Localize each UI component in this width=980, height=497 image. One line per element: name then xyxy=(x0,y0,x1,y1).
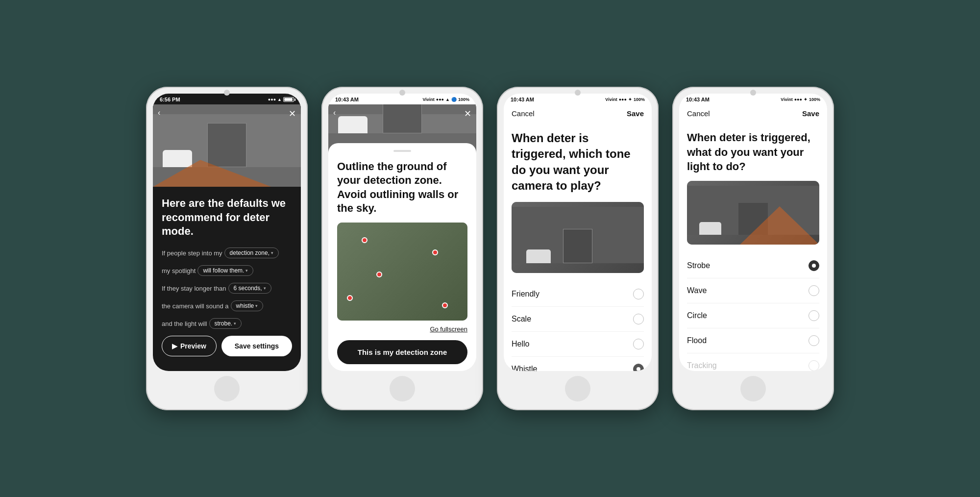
tone-radio-friendly[interactable] xyxy=(633,289,644,299)
car-2 xyxy=(338,116,368,133)
light-label-flood: Flood xyxy=(687,336,707,345)
phone-4-body: 10:43 AM Vivint ●●● ✦ 100% Cancel Save W… xyxy=(672,87,834,410)
tone-radio-hello[interactable] xyxy=(633,339,644,349)
phone-4-screen: 10:43 AM Vivint ●●● ✦ 100% Cancel Save W… xyxy=(679,94,827,371)
phone-4-home-button[interactable] xyxy=(740,376,766,401)
save-settings-button[interactable]: Save settings xyxy=(221,336,292,356)
light-option-circle: Circle xyxy=(687,303,819,328)
save-button-4[interactable]: Save xyxy=(802,109,819,118)
sheet-title: Outline the ground of your detection zon… xyxy=(337,160,467,216)
car-3 xyxy=(526,249,551,263)
phone-4-top-nav: Cancel Save xyxy=(679,104,827,123)
row-1-prefix: If people step into my xyxy=(162,249,222,257)
row-5-prefix: and the light will xyxy=(162,320,207,327)
preview-button[interactable]: ▶ Preview xyxy=(162,336,217,356)
phone-1-body: 6:56 PM ●●● ▲ ‹ ✕ xyxy=(146,87,308,410)
save-button-3[interactable]: Save xyxy=(627,109,644,118)
phone-3-body: 10:43 AM Vivint ●●● ✦ 100% Cancel Save W… xyxy=(497,87,659,410)
phone-3-top-nav: Cancel Save xyxy=(504,104,652,123)
spotlight-pill[interactable]: will follow them. ▾ xyxy=(197,265,253,276)
tone-radio-whistle[interactable] xyxy=(633,364,644,371)
wifi-icon: ▲ xyxy=(277,97,282,102)
zone-dot-5[interactable] xyxy=(442,302,448,308)
light-title: When deter is triggered, what do you wan… xyxy=(687,130,819,174)
zone-dot-3[interactable] xyxy=(376,272,382,277)
zone-dot-4[interactable] xyxy=(347,295,353,301)
bluetooth-icon-4: ✦ xyxy=(804,97,808,102)
tone-title: When deter is triggered, which tone do y… xyxy=(512,130,644,194)
tone-option-hello: Hello xyxy=(512,332,644,357)
garage-door xyxy=(207,123,246,167)
phone-1-notch xyxy=(224,90,230,96)
light-radio-flood[interactable] xyxy=(808,335,819,346)
duration-pill[interactable]: 6 seconds, ▾ xyxy=(228,283,271,294)
phone-4-time: 10:43 AM xyxy=(686,97,710,102)
battery-icon xyxy=(283,97,294,102)
light-radio-wave[interactable] xyxy=(808,285,819,296)
bluetooth-icon: ✦ xyxy=(628,97,632,102)
go-fullscreen-link[interactable]: Go fullscreen xyxy=(430,325,467,333)
phone-1-camera-view: ‹ ✕ xyxy=(153,104,301,187)
tone-radio-scale[interactable] xyxy=(633,314,644,324)
phone-3-screen: 10:43 AM Vivint ●●● ✦ 100% Cancel Save W… xyxy=(504,94,652,371)
phone-2-notch xyxy=(399,90,405,96)
cancel-button-3[interactable]: Cancel xyxy=(512,109,535,118)
signal-icon: ●●● xyxy=(436,97,444,102)
phone-2-body: 10:43 AM Vivint ●●● ▲ 🔵 100% ‹ xyxy=(321,87,483,410)
settings-row-3: If they stay longer than 6 seconds, ▾ xyxy=(162,283,292,294)
zone-dot-2[interactable] xyxy=(432,249,438,255)
back-button-2[interactable]: ‹ xyxy=(333,108,336,117)
phone-1-content: Here are the defaults we recommend for d… xyxy=(153,187,301,371)
phones-container: 6:56 PM ●●● ▲ ‹ ✕ xyxy=(146,87,834,410)
bottom-sheet: Outline the ground of your detection zon… xyxy=(328,143,476,371)
phone-3-notch xyxy=(575,90,581,96)
settings-row-4: the camera will sound a whistle ▾ xyxy=(162,300,292,311)
go-fullscreen-container: Go fullscreen xyxy=(337,324,467,333)
light-radio-tracking[interactable] xyxy=(808,360,819,371)
dz-overlay xyxy=(337,223,467,321)
tone-label-friendly: Friendly xyxy=(512,290,539,298)
detection-zone-pill[interactable]: detection zone, ▾ xyxy=(224,248,279,258)
tone-option-whistle: Whistle xyxy=(512,357,644,371)
sheet-handle xyxy=(393,150,411,152)
phone-1-screen: 6:56 PM ●●● ▲ ‹ ✕ xyxy=(153,94,301,371)
row-3-prefix: If they stay longer than xyxy=(162,285,226,292)
zone-dot-1[interactable] xyxy=(362,237,368,243)
phone-1-title: Here are the defaults we recommend for d… xyxy=(162,197,292,239)
phone-2-icons: Vivint ●●● ▲ 🔵 100% xyxy=(422,97,469,102)
light-radio-strobe[interactable] xyxy=(808,260,819,271)
battery-percent-3: 100% xyxy=(634,97,645,102)
phone-4-content: When deter is triggered, what do you wan… xyxy=(679,123,827,371)
phone-4: 10:43 AM Vivint ●●● ✦ 100% Cancel Save W… xyxy=(672,87,834,410)
phone-2: 10:43 AM Vivint ●●● ▲ 🔵 100% ‹ xyxy=(321,87,483,410)
tone-option-scale: Scale xyxy=(512,307,644,332)
cancel-button-4[interactable]: Cancel xyxy=(687,109,710,118)
back-button[interactable]: ‹ xyxy=(158,108,160,117)
phone-1-actions: ▶ Preview Save settings xyxy=(162,336,292,361)
battery-text: 🔵 xyxy=(451,97,457,102)
phone-3-content: When deter is triggered, which tone do y… xyxy=(504,123,652,371)
close-button[interactable]: ✕ xyxy=(289,108,296,119)
phone-1-home-button[interactable] xyxy=(214,376,240,401)
light-option-tracking: Tracking xyxy=(687,353,819,371)
settings-row-1: If people step into my detection zone, ▾ xyxy=(162,248,292,258)
phone-3: 10:43 AM Vivint ●●● ✦ 100% Cancel Save W… xyxy=(497,87,659,410)
car-4 xyxy=(699,222,721,235)
signal-icon-3: ●●● xyxy=(619,97,627,102)
tone-label-whistle: Whistle xyxy=(512,365,537,371)
tone-option-friendly: Friendly xyxy=(512,282,644,307)
detection-zone-button[interactable]: This is my detection zone xyxy=(337,340,467,364)
preview-label: Preview xyxy=(180,342,206,350)
tone-options-list: Friendly Scale Hello Whistle xyxy=(512,282,644,371)
carrier-name: Vivint xyxy=(422,97,434,102)
phone-2-home-button[interactable] xyxy=(390,376,415,401)
close-button-2[interactable]: ✕ xyxy=(464,108,471,119)
car-silhouette xyxy=(163,150,192,167)
phone-2-time: 10:43 AM xyxy=(335,97,359,102)
light-pill[interactable]: strobe. ▾ xyxy=(209,318,242,329)
battery-percent: 100% xyxy=(458,97,469,102)
light-radio-circle[interactable] xyxy=(808,310,819,321)
detection-zone-image xyxy=(337,223,467,321)
phone-3-home-button[interactable] xyxy=(565,376,590,401)
sound-pill[interactable]: whistle ▾ xyxy=(231,300,264,311)
